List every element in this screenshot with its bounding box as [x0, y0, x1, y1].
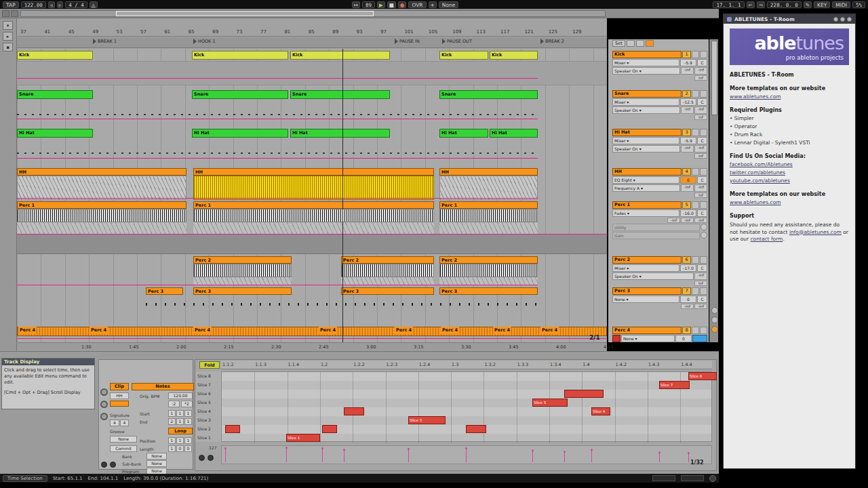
gain-field[interactable]: -inf — [667, 218, 680, 223]
velocity-dot[interactable] — [224, 447, 226, 449]
gain-field[interactable]: inf — [694, 75, 707, 81]
midi-note[interactable] — [564, 390, 604, 398]
locator-pause-out[interactable]: PAUSE OUT — [442, 39, 472, 44]
clip-box-toggle-2[interactable] — [100, 401, 108, 408]
clip-waveform[interactable] — [439, 264, 538, 277]
key-track-label-slice-7[interactable]: Slice 7 — [197, 380, 211, 389]
clip-header-perc-3[interactable]: Perc 3 — [146, 287, 183, 295]
volume-field[interactable]: -17.0 — [680, 264, 696, 272]
contact-form-link[interactable]: contact form — [750, 236, 783, 242]
arrangement-scrollbar[interactable] — [709, 39, 718, 342]
sub-device-chooser[interactable]: Speaker On ▾ — [612, 145, 680, 152]
velocity-lane[interactable] — [221, 445, 712, 464]
tap-tempo-button[interactable]: TAP — [3, 1, 19, 8]
track-solo-button[interactable] — [692, 90, 699, 98]
start-bars[interactable]: 1 — [168, 410, 176, 417]
velocity-marker[interactable] — [344, 449, 344, 462]
clip-tab[interactable]: Clip — [110, 383, 129, 390]
window-titlebar[interactable]: ABLETUNES - T-Room — [724, 14, 855, 24]
end-bars[interactable]: 2 — [168, 418, 176, 425]
clip-color-chip[interactable] — [110, 401, 129, 407]
gain-field[interactable]: -inf — [681, 218, 694, 223]
track-solo-button[interactable] — [692, 129, 699, 136]
locator-break-2[interactable]: BREAK 2 — [540, 39, 564, 44]
midi-note[interactable] — [344, 407, 364, 415]
track-name[interactable]: Perc 1 — [612, 201, 682, 209]
velocity-dot[interactable] — [408, 448, 410, 450]
status-icon[interactable] — [709, 475, 716, 482]
clip-waveform[interactable] — [193, 176, 434, 200]
notes-tab[interactable]: Notes — [132, 383, 194, 390]
clip-hi-hat[interactable]: Hi Hat — [290, 129, 390, 138]
track-activator[interactable] — [700, 256, 707, 264]
velocity-dot[interactable] — [532, 449, 534, 451]
track-solo-button[interactable] — [692, 287, 699, 295]
track-activator[interactable] — [700, 168, 707, 176]
device-chooser[interactable]: Mixer ▾ — [612, 59, 679, 66]
velocity-marker[interactable] — [591, 449, 592, 462]
automation-line[interactable] — [17, 119, 538, 119]
length-bars[interactable]: 1 — [168, 445, 176, 452]
clip-snare[interactable]: Snare — [192, 90, 288, 99]
clip-waveform[interactable] — [193, 264, 292, 277]
pan-field[interactable]: C — [697, 209, 707, 217]
midi-note[interactable] — [322, 425, 337, 433]
pan-field[interactable]: C — [697, 176, 707, 184]
key-track-label-slice-4[interactable]: Slice 4 — [197, 407, 211, 415]
key-track-label-slice-1[interactable]: Slice 1 — [197, 433, 211, 442]
velocity-marker[interactable] — [564, 451, 565, 462]
clip-header-perc-2[interactable]: Perc 2 — [193, 256, 292, 264]
velocity-marker[interactable] — [408, 449, 409, 462]
velocity-marker[interactable] — [532, 450, 533, 462]
record-button[interactable]: ● — [398, 1, 407, 8]
velocity-dot[interactable] — [591, 449, 593, 451]
sub-device-chooser[interactable]: Speaker On ▾ — [612, 272, 694, 280]
track-name[interactable]: Perc 2 — [612, 256, 682, 264]
send-field[interactable]: -inf — [694, 272, 707, 280]
gain-field[interactable]: inf — [694, 281, 707, 286]
track-solo-button[interactable] — [692, 256, 699, 264]
velocity-marker[interactable] — [322, 448, 323, 462]
velocity-marker[interactable] — [466, 448, 467, 462]
gain-field[interactable]: inf — [694, 153, 707, 159]
clip-kick[interactable]: Kick — [192, 51, 288, 60]
track-activator[interactable] — [700, 327, 707, 334]
sub-device-chooser[interactable]: Speaker On ▾ — [612, 67, 680, 75]
nudge-down-button[interactable]: ◃ — [48, 1, 55, 8]
social-link-facebook-com-abletunes[interactable]: facebook.com/Abletunes — [730, 161, 849, 167]
clip-header-perc-2[interactable]: Perc 2 — [439, 256, 538, 264]
punch-in-toggle[interactable]: ⌐ — [747, 1, 755, 8]
sub-device-chooser[interactable]: Frequency A ▾ — [612, 184, 680, 192]
pan-field[interactable]: C — [697, 59, 707, 66]
midi-note-slice-5[interactable]: Slice 5 — [532, 399, 568, 407]
clip-hi-hat[interactable]: Hi Hat — [17, 129, 93, 138]
gain-field[interactable]: -inf — [694, 218, 707, 223]
automation-line[interactable] — [17, 158, 538, 159]
website-link[interactable]: www.abletunes.com — [730, 94, 849, 100]
signature-denominator[interactable]: 4 — [120, 420, 129, 426]
automation-lane[interactable] — [17, 61, 607, 85]
send-field[interactable]: -inf — [681, 106, 694, 114]
length-sixteenths[interactable]: 0 — [184, 445, 192, 452]
time-ruler[interactable]: 1:301:452:002:152:302:453:003:153:303:45… — [17, 342, 607, 351]
velocity-dot[interactable] — [321, 447, 323, 449]
play-button[interactable]: ▶ — [377, 1, 385, 8]
mixer-toggle[interactable] — [646, 40, 654, 47]
website-link-2[interactable]: www.abletunes.com — [730, 199, 849, 205]
track-activator[interactable] — [700, 287, 707, 295]
back-to-arrangement-button[interactable]: + — [429, 1, 437, 8]
end-sixteenths[interactable]: 1 — [184, 418, 192, 425]
device-chooser[interactable]: EQ Eight ▾ — [612, 176, 679, 184]
scrollbar-thumb[interactable] — [711, 41, 717, 115]
time-signature-field[interactable]: 4 / 4 — [65, 1, 87, 8]
volume-field[interactable]: 0 — [675, 335, 692, 342]
nudge-up-button[interactable]: ▹ — [57, 1, 64, 8]
pan-field[interactable]: C — [697, 296, 707, 303]
send-field[interactable]: -inf — [694, 184, 707, 192]
send-field[interactable]: -inf — [694, 145, 707, 152]
send-field[interactable]: -inf — [694, 106, 707, 114]
clip-waveform[interactable] — [341, 264, 434, 277]
metronome-toggle[interactable]: ◬ — [90, 1, 98, 8]
gain-field[interactable]: inf — [694, 192, 707, 198]
track-name[interactable]: Kick — [612, 51, 682, 58]
